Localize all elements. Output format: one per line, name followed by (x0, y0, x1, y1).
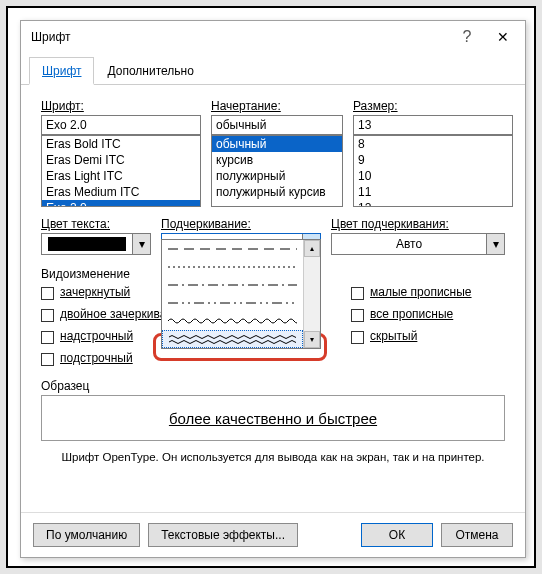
chevron-down-icon: ▾ (486, 234, 504, 254)
underline-option-double-wave[interactable] (162, 330, 303, 348)
list-item[interactable]: Eras Medium ITC (42, 184, 200, 200)
style-label: Начертание: (211, 99, 343, 113)
font-hint: Шрифт OpenType. Он используется для выво… (41, 451, 505, 463)
check-hidden[interactable]: скрытый (351, 329, 472, 345)
close-icon: ✕ (497, 29, 509, 45)
list-item[interactable]: полужирный (212, 168, 342, 184)
scroll-down-icon[interactable]: ▾ (304, 331, 320, 348)
size-listbox[interactable]: 8 9 10 11 12 (353, 135, 513, 207)
check-subscript[interactable]: подстрочный (41, 351, 221, 367)
list-item[interactable]: Eras Light ITC (42, 168, 200, 184)
text-color-combo[interactable]: ▾ (41, 233, 151, 255)
text-color-label: Цвет текста: (41, 217, 151, 231)
dropdown-scrollbar[interactable]: ▴ ▾ (303, 240, 320, 348)
underline-option-dashdot[interactable] (162, 276, 303, 294)
list-item[interactable]: Eras Bold ITC (42, 136, 200, 152)
underline-color-combo[interactable]: Авто ▾ (331, 233, 505, 255)
style-input[interactable] (211, 115, 343, 135)
list-item[interactable]: 8 (354, 136, 512, 152)
underline-option-dash[interactable] (162, 240, 303, 258)
help-icon: ? (463, 28, 472, 46)
tab-font[interactable]: Шрифт (29, 57, 94, 85)
underline-option-dashdotdot[interactable] (162, 294, 303, 312)
list-item[interactable]: 9 (354, 152, 512, 168)
titlebar: Шрифт ? ✕ (21, 21, 525, 53)
font-input[interactable] (41, 115, 201, 135)
dialog-footer: По умолчанию Текстовые эффекты... ОК Отм… (21, 512, 525, 557)
tab-strip: Шрифт Дополнительно (21, 57, 525, 85)
underline-dropdown: ▴ ▾ (161, 239, 321, 349)
text-effects-button[interactable]: Текстовые эффекты... (148, 523, 298, 547)
list-item[interactable]: полужирный курсив (212, 184, 342, 200)
scroll-up-icon[interactable]: ▴ (304, 240, 320, 257)
chevron-down-icon: ▾ (132, 234, 150, 254)
font-listbox[interactable]: Eras Bold ITC Eras Demi ITC Eras Light I… (41, 135, 201, 207)
font-label: Шрифт: (41, 99, 201, 113)
underline-option-dot[interactable] (162, 258, 303, 276)
underline-color-value: Авто (332, 234, 486, 254)
help-button[interactable]: ? (449, 23, 485, 51)
underline-label: Подчеркивание: (161, 217, 321, 231)
cancel-button[interactable]: Отмена (441, 523, 513, 547)
list-item[interactable]: курсив (212, 152, 342, 168)
sample-label: Образец (41, 379, 505, 393)
list-item[interactable]: 10 (354, 168, 512, 184)
list-item[interactable]: 11 (354, 184, 512, 200)
list-item[interactable]: Exo 2.0 (42, 200, 200, 207)
sample-preview: более качественно и быстрее (41, 395, 505, 441)
size-input[interactable] (353, 115, 513, 135)
list-item[interactable]: обычный (212, 136, 342, 152)
ok-button[interactable]: ОК (361, 523, 433, 547)
check-smallcaps[interactable]: малые прописные (351, 285, 472, 301)
default-button[interactable]: По умолчанию (33, 523, 140, 547)
close-button[interactable]: ✕ (485, 23, 521, 51)
list-item[interactable]: 12 (354, 200, 512, 207)
tab-advanced[interactable]: Дополнительно (94, 57, 206, 84)
underline-option-wave[interactable] (162, 312, 303, 330)
size-label: Размер: (353, 99, 513, 113)
font-dialog: Шрифт ? ✕ Шрифт Дополнительно Шрифт: Era… (20, 20, 526, 558)
dialog-title: Шрифт (31, 30, 449, 44)
style-listbox[interactable]: обычный курсив полужирный полужирный кур… (211, 135, 343, 207)
color-swatch (48, 237, 126, 251)
underline-color-label: Цвет подчеркивания: (331, 217, 505, 231)
sample-text: более качественно и быстрее (169, 410, 377, 427)
list-item[interactable]: Eras Demi ITC (42, 152, 200, 168)
check-allcaps[interactable]: все прописные (351, 307, 472, 323)
